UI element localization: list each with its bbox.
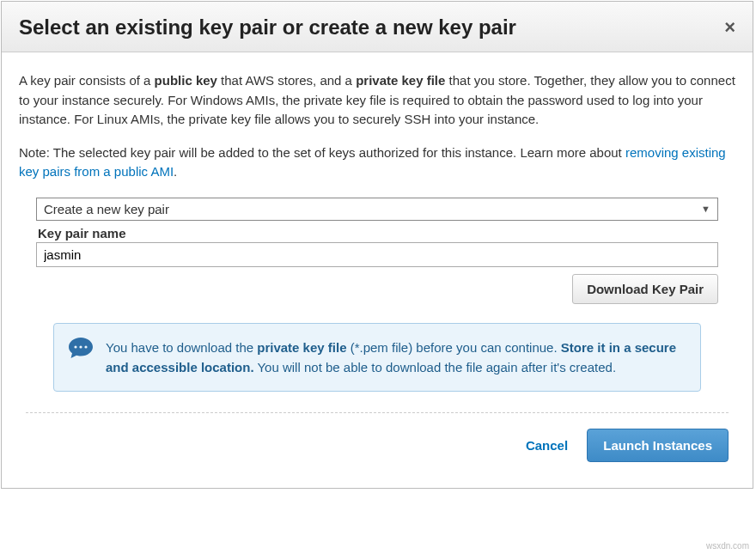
note-paragraph: Note: The selected key pair will be adde… [19, 143, 735, 182]
close-icon[interactable]: × [716, 18, 735, 37]
info-part1: You have to download the [106, 340, 257, 355]
info-alert: You have to download the private key fil… [53, 323, 701, 393]
download-keypair-button[interactable]: Download Key Pair [572, 274, 718, 304]
form-area: Create a new key pair ▼ Key pair name Do… [36, 198, 718, 393]
svg-point-2 [84, 345, 87, 348]
chat-info-icon [66, 336, 95, 360]
select-value: Create a new key pair [44, 202, 701, 216]
dialog-title: Select an existing key pair or create a … [19, 15, 516, 40]
keypair-dialog: Select an existing key pair or create a … [1, 1, 753, 489]
info-bold1: private key file [257, 340, 346, 355]
desc-bold2: private key file [356, 73, 445, 88]
dialog-footer: Cancel Launch Instances [19, 429, 735, 471]
desc-part1: A key pair consists of a [19, 73, 155, 88]
info-part3: You will not be able to download the fil… [254, 360, 616, 374]
note-suffix: . [174, 164, 177, 179]
keypair-name-input[interactable] [36, 242, 718, 267]
download-row: Download Key Pair [36, 274, 718, 304]
desc-part2: that AWS stores, and a [217, 73, 356, 88]
cancel-button[interactable]: Cancel [510, 429, 583, 461]
info-part2: (*.pem file) before you can continue. [347, 340, 561, 355]
desc-bold1: public key [155, 73, 217, 88]
dialog-header: Select an existing key pair or create a … [2, 2, 753, 52]
dialog-body: A key pair consists of a public key that… [2, 52, 753, 488]
svg-point-1 [79, 345, 82, 348]
keypair-select[interactable]: Create a new key pair ▼ [36, 198, 718, 221]
description-paragraph: A key pair consists of a public key that… [19, 71, 735, 130]
svg-point-0 [74, 345, 76, 348]
chevron-down-icon: ▼ [701, 204, 710, 214]
keypair-name-label: Key pair name [38, 226, 718, 240]
note-prefix: Note: The selected key pair will be adde… [19, 145, 625, 160]
divider [26, 412, 729, 413]
launch-instances-button[interactable]: Launch Instances [587, 429, 729, 462]
